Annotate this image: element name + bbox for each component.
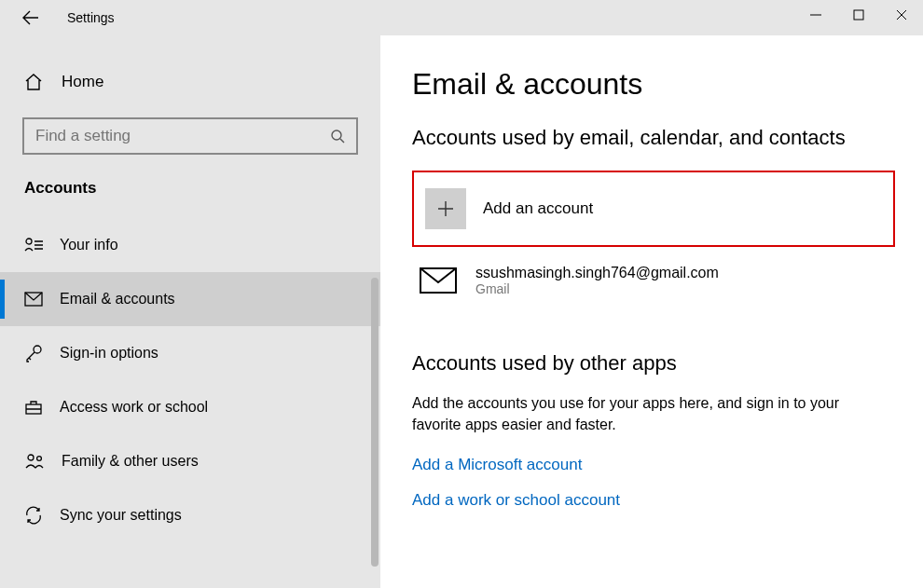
maximize-button[interactable] [837,0,880,30]
account-icon-tile [418,260,459,301]
plus-icon [435,198,456,219]
sidebar-item-your-info[interactable]: Your info [0,218,380,272]
sidebar-scrollbar[interactable] [371,278,379,567]
sidebar-item-email-accounts[interactable]: Email & accounts [0,272,380,326]
add-microsoft-account-link[interactable]: Add a Microsoft account [412,456,895,474]
section-header-other-apps: Accounts used by other apps [412,351,895,376]
account-provider: Gmail [475,281,719,296]
sidebar-item-sync-settings[interactable]: Sync your settings [0,488,380,542]
add-account-label: Add an account [483,199,593,218]
sidebar-nav-list: Your info Email & accounts Sign-in optio… [0,218,380,542]
account-row[interactable]: ssushmasingh.singh764@gmail.com Gmail [412,260,895,301]
sidebar: Home Accounts Your info Email & accounts… [0,35,380,588]
back-button[interactable] [11,3,50,33]
account-email: ssushmasingh.singh764@gmail.com [475,265,719,281]
section-header-email-accounts: Accounts used by email, calendar, and co… [412,126,895,150]
svg-rect-0 [854,10,863,20]
home-icon [24,73,43,91]
people-icon [24,453,45,470]
key-icon [24,344,43,362]
search-box[interactable] [22,117,358,155]
svg-point-1 [332,130,341,140]
user-info-icon [24,237,43,253]
sidebar-item-signin-options[interactable]: Sign-in options [0,326,380,380]
home-label: Home [62,73,103,91]
add-account-highlight: Add an account [412,171,895,247]
search-icon [330,129,345,144]
close-icon [896,9,907,21]
minimize-button[interactable] [794,0,837,30]
sync-icon [24,506,43,525]
briefcase-icon [24,399,43,416]
add-work-school-account-link[interactable]: Add a work or school account [412,491,895,510]
svg-point-7 [37,457,42,461]
sidebar-section-header: Accounts [24,179,356,198]
plus-tile [425,188,466,229]
sidebar-item-label: Access work or school [60,399,208,416]
window-controls [794,0,923,35]
sidebar-item-label: Family & other users [62,453,199,470]
mail-icon [24,292,43,307]
section-description: Add the accounts you use for your apps h… [412,392,878,435]
sidebar-item-label: Your info [60,237,118,253]
close-button[interactable] [880,0,923,30]
page-title: Email & accounts [412,67,895,102]
home-nav[interactable]: Home [0,63,380,101]
sidebar-item-label: Email & accounts [60,291,175,308]
sidebar-item-family-users[interactable]: Family & other users [0,434,380,488]
add-account-button[interactable]: Add an account [420,178,888,239]
maximize-icon [853,9,864,21]
titlebar: Settings [0,0,923,35]
sidebar-item-access-work-school[interactable]: Access work or school [0,380,380,434]
svg-point-2 [26,239,32,244]
sidebar-item-label: Sync your settings [60,507,182,524]
envelope-icon [420,267,457,294]
arrow-left-icon [22,9,39,26]
sidebar-item-label: Sign-in options [60,345,158,362]
window-title: Settings [67,10,115,25]
svg-point-4 [34,346,41,353]
svg-point-6 [28,455,34,460]
content-area: Email & accounts Accounts used by email,… [380,35,923,588]
minimize-icon [810,9,821,21]
search-input[interactable] [35,127,330,145]
